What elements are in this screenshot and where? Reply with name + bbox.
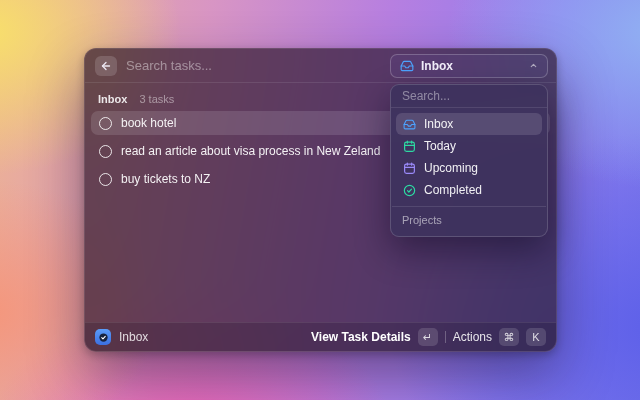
- dropdown-item-upcoming[interactable]: Upcoming: [396, 157, 542, 179]
- command-key: ⌘: [499, 328, 519, 346]
- dropdown-item-list: Inbox Today Upcoming Completed: [391, 108, 547, 206]
- projects-section-label: Projects: [391, 207, 547, 229]
- k-key: K: [526, 328, 546, 346]
- back-button[interactable]: [95, 56, 117, 76]
- arrow-left-icon: [100, 60, 112, 72]
- check-circle-icon: [403, 184, 416, 197]
- list-filter-dropdown: Inbox Today Upcoming Completed: [390, 84, 548, 237]
- statusbar-context-label: Inbox: [119, 330, 148, 344]
- calendar-icon: [403, 140, 416, 153]
- statusbar-actions: View Task Details ↵ Actions ⌘ K: [311, 328, 546, 346]
- dropdown-item-inbox[interactable]: Inbox: [396, 113, 542, 135]
- task-checkbox[interactable]: [99, 117, 112, 130]
- dropdown-item-label: Upcoming: [424, 161, 478, 175]
- search-tasks-input[interactable]: [126, 58, 390, 73]
- return-key: ↵: [418, 328, 438, 346]
- topbar: Inbox: [85, 49, 556, 83]
- task-checkbox[interactable]: [99, 173, 112, 186]
- dropdown-item-completed[interactable]: Completed: [396, 179, 542, 201]
- globe-icon: [403, 236, 416, 238]
- list-section-title: Inbox: [98, 93, 127, 105]
- desktop-background: Inbox Inbox 3 tasks book hotel read an a…: [0, 0, 640, 400]
- task-checkbox[interactable]: [99, 145, 112, 158]
- inbox-icon: [403, 118, 416, 131]
- list-task-count: 3 tasks: [139, 93, 174, 105]
- dropdown-item-label: Inbox: [424, 117, 453, 131]
- task-label: buy tickets to NZ: [121, 172, 210, 186]
- dropdown-search-input[interactable]: [402, 89, 548, 103]
- view-task-details-action[interactable]: View Task Details: [311, 330, 411, 344]
- task-label: read an article about visa process in Ne…: [121, 144, 380, 158]
- calendar-icon: [403, 162, 416, 175]
- actions-button[interactable]: Actions: [453, 330, 492, 344]
- inbox-icon: [400, 59, 414, 73]
- task-label: book hotel: [121, 116, 176, 130]
- dropdown-item-label: Networks: [424, 235, 474, 237]
- app-logo-icon: [95, 329, 111, 345]
- dropdown-item-label: Completed: [424, 183, 482, 197]
- chevron-up-icon: [529, 61, 538, 70]
- dropdown-item-label: Today: [424, 139, 456, 153]
- list-filter-button[interactable]: Inbox: [390, 54, 548, 78]
- dropdown-item-networks[interactable]: Networks: [396, 231, 542, 237]
- divider: [445, 331, 446, 343]
- dropdown-search-row: [391, 85, 547, 108]
- dropdown-item-today[interactable]: Today: [396, 135, 542, 157]
- status-bar: Inbox View Task Details ↵ Actions ⌘ K: [85, 322, 556, 351]
- dropdown-project-list: Networks: [391, 229, 547, 237]
- filter-button-label: Inbox: [421, 59, 453, 73]
